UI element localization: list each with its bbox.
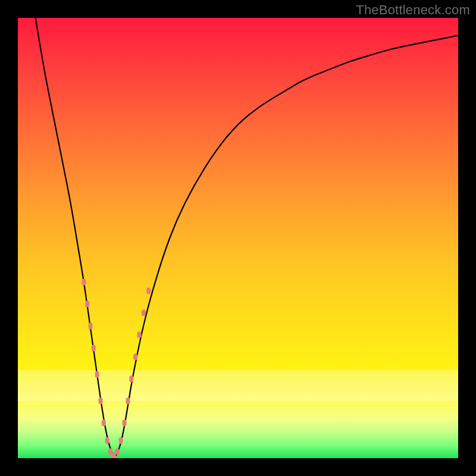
sample-point: [146, 287, 151, 294]
bottleneck-curve: [36, 18, 458, 456]
sample-point: [119, 437, 123, 444]
sample-point: [95, 371, 99, 378]
curve-layer: [18, 18, 458, 458]
sample-point: [105, 437, 109, 444]
outer-frame: TheBottleneck.com: [0, 0, 476, 476]
sample-point: [133, 353, 137, 360]
sample-point: [137, 331, 142, 338]
sample-point: [126, 397, 130, 404]
sample-point: [89, 323, 93, 330]
sample-point: [92, 345, 96, 352]
sample-point: [99, 397, 103, 404]
watermark-text: TheBottleneck.com: [356, 2, 470, 18]
sample-point: [112, 453, 116, 458]
sample-point: [123, 419, 127, 426]
sample-point: [142, 309, 146, 316]
sample-point: [85, 301, 89, 308]
sample-point: [102, 419, 106, 426]
sample-point: [129, 375, 133, 382]
sample-point: [82, 279, 86, 286]
sample-point: [115, 448, 120, 455]
sample-points-group: [82, 279, 151, 459]
sample-point: [108, 448, 112, 455]
plot-area: [18, 18, 458, 458]
